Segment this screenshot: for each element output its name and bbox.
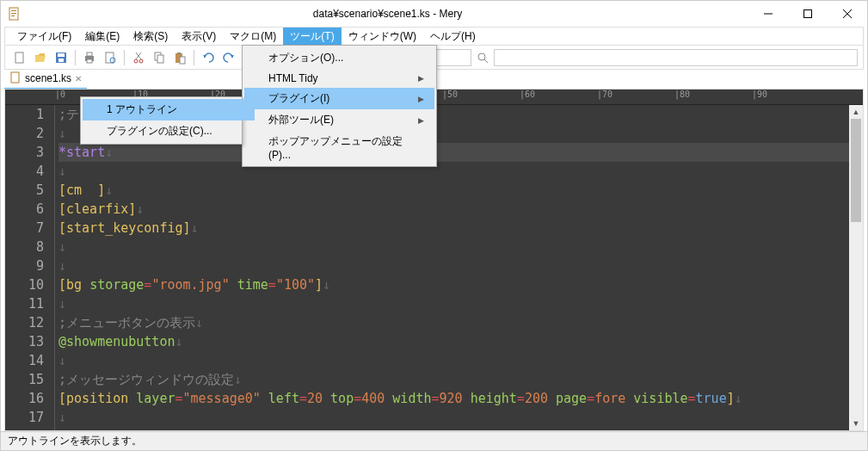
toolbar-separator [194, 50, 194, 65]
submenu-arrow-icon: ▶ [418, 74, 424, 83]
scroll-down-icon[interactable]: ▼ [849, 417, 863, 430]
menu-tools[interactable]: ツール(T) [283, 28, 341, 46]
svg-point-18 [139, 59, 143, 63]
svg-line-29 [484, 59, 488, 63]
code-line[interactable]: ↓ [58, 351, 859, 370]
menu-search[interactable]: 検索(S) [126, 28, 175, 46]
svg-rect-1 [11, 10, 16, 11]
close-button[interactable] [828, 1, 867, 27]
svg-rect-25 [180, 57, 185, 64]
line-number: 15 [5, 370, 44, 389]
tab-close-icon[interactable]: ✕ [75, 74, 82, 83]
code-line[interactable]: [cm ]↓ [58, 181, 859, 200]
svg-rect-3 [11, 15, 15, 16]
menu-item-label: プラグイン(I) [268, 91, 329, 106]
print-preview-button[interactable] [101, 48, 120, 67]
replace-input[interactable] [494, 49, 858, 66]
tools-item[interactable]: ポップアップメニューの設定(P)... [244, 131, 434, 164]
plugins-submenu-dropdown: 1 アウトラインプラグインの設定(C)... [80, 96, 243, 145]
line-number: 16 [5, 389, 44, 408]
save-button[interactable] [52, 48, 71, 67]
line-number: 5 [5, 181, 44, 200]
line-number: 9 [5, 256, 44, 275]
menu-view[interactable]: 表示(V) [175, 28, 223, 46]
paste-button[interactable] [170, 48, 189, 67]
plugin-item[interactable]: プラグインの設定(C)... [83, 120, 255, 142]
tools-item[interactable]: 外部ツール(E)▶ [244, 109, 434, 131]
line-number: 11 [5, 294, 44, 313]
line-number: 10 [5, 275, 44, 294]
ruler-mark: |50 [442, 90, 520, 99]
vertical-scrollbar[interactable]: ▲ ▼ [849, 105, 863, 430]
code-content[interactable]: ;テ↓*start↓↓[cm ]↓[clearfix]↓[start_keyco… [55, 105, 863, 430]
tab-label: scene1.ks [25, 72, 71, 84]
line-number: 6 [5, 200, 44, 219]
scroll-up-icon[interactable]: ▲ [849, 105, 863, 119]
submenu-arrow-icon: ▶ [418, 95, 424, 103]
code-line[interactable]: @showmenubutton↓ [58, 332, 859, 351]
line-number: 2 [5, 124, 44, 143]
toolbar-separator [124, 50, 125, 65]
toolbar-separator [75, 50, 76, 65]
menu-file[interactable]: ファイル(F) [10, 28, 78, 46]
code-line[interactable]: ↓ [58, 256, 859, 275]
line-number: 3 [5, 143, 44, 162]
menu-item-label: ポップアップメニューの設定(P)... [268, 134, 424, 161]
tools-item[interactable]: オプション(O)... [244, 47, 434, 69]
code-line[interactable]: [start_keyconfig]↓ [58, 219, 859, 238]
code-line[interactable]: ↓ [58, 238, 859, 256]
line-number: 12 [5, 313, 44, 332]
titlebar: data¥scenario¥scene1.ks - Mery [1, 1, 867, 27]
menu-edit[interactable]: 編集(E) [78, 28, 126, 46]
tools-menu-dropdown: オプション(O)...HTML Tidy▶プラグイン(I)▶外部ツール(E)▶ポ… [242, 45, 437, 167]
new-file-button[interactable] [10, 48, 29, 67]
ruler-mark: |80 [674, 90, 752, 99]
code-line[interactable]: ↓ [58, 294, 859, 313]
svg-point-17 [134, 59, 138, 63]
code-line[interactable]: [bg storage="room.jpg" time="100"]↓ [58, 275, 859, 294]
code-line[interactable]: ;メッセージウィンドウの設定↓ [58, 370, 859, 389]
cut-button[interactable] [129, 48, 148, 67]
menu-help[interactable]: ヘルプ(H) [423, 28, 483, 46]
open-file-button[interactable] [31, 48, 50, 67]
line-number: 1 [5, 105, 44, 124]
tab-scene1[interactable]: scene1.ks ✕ [4, 70, 87, 90]
svg-rect-8 [15, 53, 23, 63]
svg-rect-5 [804, 10, 812, 18]
line-number: 13 [5, 332, 44, 351]
code-line[interactable]: *start↓ [58, 143, 859, 162]
line-number: 17 [5, 408, 44, 427]
code-line[interactable]: [position layer="message0" left=20 top=4… [58, 389, 859, 408]
tools-item[interactable]: プラグイン(I)▶ [244, 88, 434, 109]
code-line[interactable]: [clearfix]↓ [58, 200, 859, 219]
minimize-button[interactable] [748, 1, 788, 27]
copy-button[interactable] [150, 48, 169, 67]
app-icon [8, 7, 22, 21]
line-number: 7 [5, 219, 44, 238]
menu-window[interactable]: ウィンドウ(W) [342, 28, 423, 46]
print-button[interactable] [80, 48, 99, 67]
code-line[interactable]: ↓ [58, 408, 859, 427]
undo-button[interactable] [199, 48, 218, 67]
status-text: アウトラインを表示します。 [8, 434, 142, 448]
menu-item-label: 外部ツール(E) [268, 113, 334, 127]
svg-point-28 [478, 53, 485, 60]
line-number: 4 [5, 162, 44, 181]
svg-rect-2 [11, 13, 16, 14]
line-number: 8 [5, 238, 44, 256]
svg-rect-24 [177, 53, 181, 54]
maximize-button[interactable] [788, 1, 828, 27]
plugin-item[interactable]: 1 アウトライン [83, 99, 255, 120]
svg-rect-22 [157, 55, 163, 63]
window-title: data¥scenario¥scene1.ks - Mery [27, 8, 748, 20]
code-line[interactable]: ;メニューボタンの表示↓ [58, 313, 859, 332]
search-icon[interactable] [477, 49, 489, 66]
scrollbar-thumb[interactable] [851, 119, 861, 222]
code-line[interactable]: ↓ [58, 162, 859, 181]
redo-button[interactable] [219, 48, 238, 67]
menubar: ファイル(F)編集(E)検索(S)表示(V)マクロ(M)ツール(T)ウィンドウ(… [4, 27, 864, 46]
tools-item[interactable]: HTML Tidy▶ [244, 69, 434, 88]
ruler-mark: |90 [752, 90, 829, 99]
submenu-arrow-icon: ▶ [418, 116, 424, 125]
menu-macro[interactable]: マクロ(M) [223, 28, 283, 46]
